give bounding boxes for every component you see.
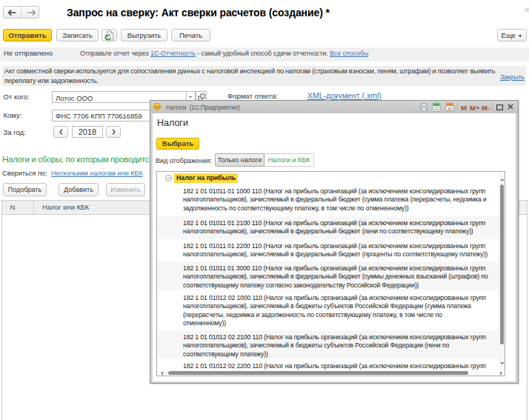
svg-text:31: 31 — [448, 107, 452, 111]
